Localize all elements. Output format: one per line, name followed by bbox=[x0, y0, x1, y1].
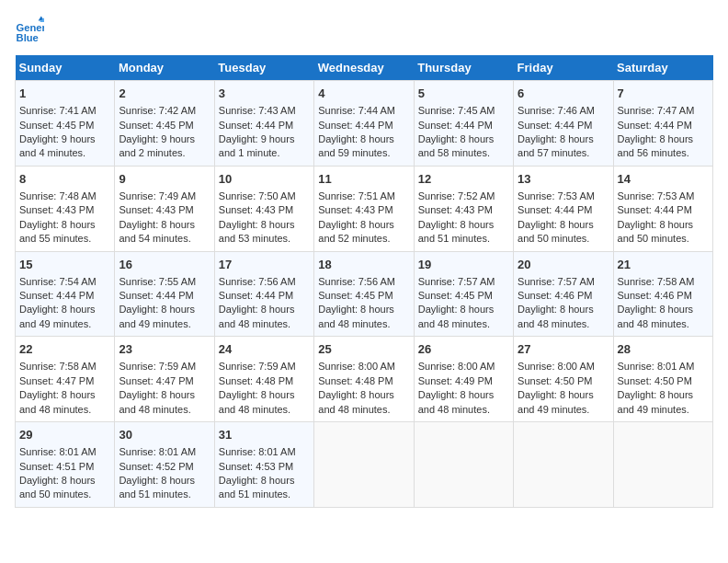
day-number: 4 bbox=[318, 86, 409, 102]
day-header-sunday: Sunday bbox=[16, 55, 115, 81]
calendar-cell: 4Sunrise: 7:44 AMSunset: 4:44 PMDaylight… bbox=[314, 81, 414, 167]
daylight-text: Daylight: 8 hours and 57 minutes. bbox=[518, 133, 594, 158]
daylight-text: Daylight: 9 hours and 1 minute. bbox=[219, 133, 295, 158]
calendar-week-2: 8Sunrise: 7:48 AMSunset: 4:43 PMDaylight… bbox=[16, 166, 713, 251]
sunset-text: Sunset: 4:46 PM bbox=[518, 290, 592, 301]
logo: General Blue bbox=[15, 15, 48, 44]
sunrise-text: Sunrise: 7:48 AM bbox=[19, 190, 97, 201]
daylight-text: Daylight: 8 hours and 48 minutes. bbox=[518, 304, 594, 328]
calendar-cell: 16Sunrise: 7:55 AMSunset: 4:44 PMDayligh… bbox=[115, 251, 214, 337]
calendar-cell: 26Sunrise: 8:00 AMSunset: 4:49 PMDayligh… bbox=[414, 337, 513, 422]
calendar-cell: 28Sunrise: 8:01 AMSunset: 4:50 PMDayligh… bbox=[613, 337, 712, 422]
sunset-text: Sunset: 4:44 PM bbox=[219, 120, 293, 131]
calendar-cell: 10Sunrise: 7:50 AMSunset: 4:43 PMDayligh… bbox=[214, 166, 313, 251]
day-header-friday: Friday bbox=[514, 55, 613, 81]
sunrise-text: Sunrise: 8:01 AM bbox=[119, 446, 196, 457]
day-number: 12 bbox=[418, 171, 509, 188]
daylight-text: Daylight: 8 hours and 48 minutes. bbox=[19, 389, 96, 414]
day-number: 19 bbox=[418, 257, 509, 273]
sunset-text: Sunset: 4:45 PM bbox=[418, 290, 493, 301]
day-header-tuesday: Tuesday bbox=[214, 55, 313, 81]
logo-icon: General Blue bbox=[15, 15, 44, 44]
sunset-text: Sunset: 4:46 PM bbox=[618, 290, 692, 301]
sunset-text: Sunset: 4:43 PM bbox=[318, 204, 392, 215]
day-header-monday: Monday bbox=[115, 55, 214, 81]
calendar-cell: 24Sunrise: 7:59 AMSunset: 4:48 PMDayligh… bbox=[214, 337, 313, 422]
calendar-cell: 5Sunrise: 7:45 AMSunset: 4:44 PMDaylight… bbox=[414, 81, 513, 167]
sunset-text: Sunset: 4:49 PM bbox=[418, 375, 493, 386]
calendar-cell: 13Sunrise: 7:53 AMSunset: 4:44 PMDayligh… bbox=[514, 166, 613, 251]
sunset-text: Sunset: 4:45 PM bbox=[318, 290, 392, 301]
day-number: 26 bbox=[418, 341, 509, 358]
calendar-cell: 27Sunrise: 8:00 AMSunset: 4:50 PMDayligh… bbox=[514, 337, 613, 422]
calendar-cell: 2Sunrise: 7:42 AMSunset: 4:45 PMDaylight… bbox=[115, 81, 214, 167]
daylight-text: Daylight: 8 hours and 49 minutes. bbox=[119, 304, 195, 328]
sunrise-text: Sunrise: 7:56 AM bbox=[318, 276, 395, 287]
calendar-cell: 19Sunrise: 7:57 AMSunset: 4:45 PMDayligh… bbox=[414, 251, 513, 337]
day-number: 28 bbox=[618, 341, 709, 358]
day-number: 27 bbox=[518, 341, 609, 358]
day-number: 30 bbox=[119, 427, 210, 443]
day-number: 23 bbox=[119, 341, 210, 358]
sunrise-text: Sunrise: 7:58 AM bbox=[618, 276, 695, 287]
day-number: 6 bbox=[518, 86, 609, 102]
daylight-text: Daylight: 8 hours and 48 minutes. bbox=[618, 304, 694, 328]
day-number: 31 bbox=[219, 427, 310, 443]
sunrise-text: Sunrise: 7:43 AM bbox=[219, 105, 296, 116]
calendar-week-3: 15Sunrise: 7:54 AMSunset: 4:44 PMDayligh… bbox=[16, 251, 713, 337]
day-header-wednesday: Wednesday bbox=[314, 55, 414, 81]
calendar-cell: 3Sunrise: 7:43 AMSunset: 4:44 PMDaylight… bbox=[214, 81, 313, 167]
sunrise-text: Sunrise: 7:47 AM bbox=[618, 105, 695, 116]
calendar-table: SundayMondayTuesdayWednesdayThursdayFrid… bbox=[15, 55, 713, 508]
daylight-text: Daylight: 9 hours and 4 minutes. bbox=[19, 133, 96, 158]
daylight-text: Daylight: 8 hours and 51 minutes. bbox=[219, 475, 295, 500]
sunrise-text: Sunrise: 7:45 AM bbox=[418, 105, 495, 116]
daylight-text: Daylight: 8 hours and 50 minutes. bbox=[19, 475, 96, 500]
sunset-text: Sunset: 4:52 PM bbox=[119, 461, 193, 472]
calendar-cell: 14Sunrise: 7:53 AMSunset: 4:44 PMDayligh… bbox=[613, 166, 712, 251]
calendar-cell bbox=[613, 422, 712, 508]
day-number: 17 bbox=[219, 257, 310, 273]
calendar-cell bbox=[314, 422, 414, 508]
sunrise-text: Sunrise: 8:01 AM bbox=[618, 361, 695, 372]
daylight-text: Daylight: 8 hours and 53 minutes. bbox=[219, 219, 295, 244]
day-number: 11 bbox=[318, 171, 409, 188]
calendar-cell: 21Sunrise: 7:58 AMSunset: 4:46 PMDayligh… bbox=[613, 251, 712, 337]
calendar-cell: 12Sunrise: 7:52 AMSunset: 4:43 PMDayligh… bbox=[414, 166, 513, 251]
daylight-text: Daylight: 8 hours and 48 minutes. bbox=[418, 304, 495, 328]
calendar-week-1: 1Sunrise: 7:41 AMSunset: 4:45 PMDaylight… bbox=[16, 81, 713, 167]
sunset-text: Sunset: 4:43 PM bbox=[219, 204, 293, 215]
daylight-text: Daylight: 8 hours and 52 minutes. bbox=[318, 219, 394, 244]
sunrise-text: Sunrise: 7:50 AM bbox=[219, 190, 296, 201]
sunrise-text: Sunrise: 7:49 AM bbox=[119, 190, 196, 201]
sunrise-text: Sunrise: 8:01 AM bbox=[19, 446, 97, 457]
daylight-text: Daylight: 8 hours and 50 minutes. bbox=[618, 219, 694, 244]
sunset-text: Sunset: 4:47 PM bbox=[119, 375, 193, 386]
sunrise-text: Sunrise: 7:46 AM bbox=[518, 105, 595, 116]
calendar-cell: 15Sunrise: 7:54 AMSunset: 4:44 PMDayligh… bbox=[16, 251, 115, 337]
daylight-text: Daylight: 8 hours and 48 minutes. bbox=[418, 389, 495, 414]
daylight-text: Daylight: 8 hours and 50 minutes. bbox=[518, 219, 594, 244]
day-number: 10 bbox=[219, 171, 310, 188]
sunrise-text: Sunrise: 8:00 AM bbox=[318, 361, 395, 372]
day-number: 13 bbox=[518, 171, 609, 188]
sunset-text: Sunset: 4:44 PM bbox=[219, 290, 293, 301]
daylight-text: Daylight: 8 hours and 55 minutes. bbox=[19, 219, 96, 244]
day-number: 2 bbox=[119, 86, 210, 102]
calendar-cell: 31Sunrise: 8:01 AMSunset: 4:53 PMDayligh… bbox=[214, 422, 313, 508]
sunset-text: Sunset: 4:44 PM bbox=[119, 290, 193, 301]
sunset-text: Sunset: 4:48 PM bbox=[318, 375, 392, 386]
sunrise-text: Sunrise: 7:56 AM bbox=[219, 276, 296, 287]
svg-text:General: General bbox=[17, 22, 44, 33]
sunset-text: Sunset: 4:44 PM bbox=[518, 120, 592, 131]
day-number: 1 bbox=[19, 86, 110, 102]
daylight-text: Daylight: 8 hours and 51 minutes. bbox=[418, 219, 495, 244]
day-number: 25 bbox=[318, 341, 409, 358]
sunrise-text: Sunrise: 7:58 AM bbox=[19, 361, 97, 372]
daylight-text: Daylight: 8 hours and 59 minutes. bbox=[318, 133, 394, 158]
sunrise-text: Sunrise: 7:55 AM bbox=[119, 276, 196, 287]
daylight-text: Daylight: 8 hours and 49 minutes. bbox=[518, 389, 594, 414]
day-number: 16 bbox=[119, 257, 210, 273]
sunset-text: Sunset: 4:45 PM bbox=[19, 120, 94, 131]
calendar-cell: 22Sunrise: 7:58 AMSunset: 4:47 PMDayligh… bbox=[16, 337, 115, 422]
